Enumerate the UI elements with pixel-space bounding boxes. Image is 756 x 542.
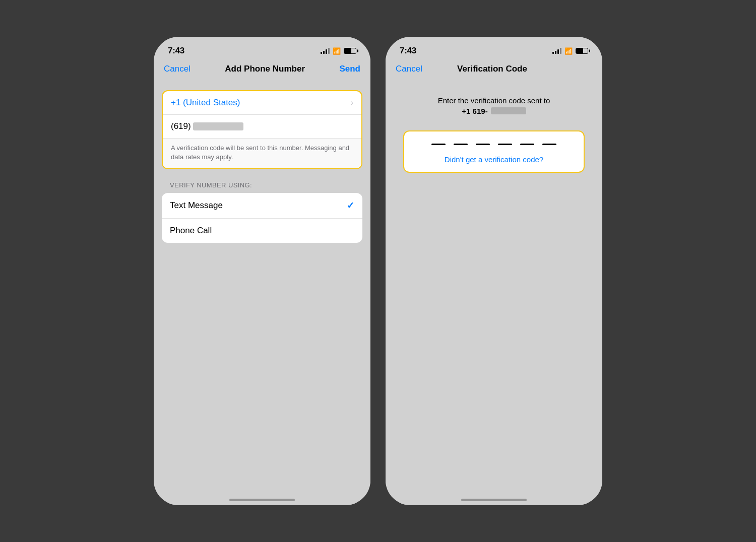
status-icons-right: 📶	[552, 47, 588, 55]
verify-instruction: Enter the verification code sent to +1 6…	[438, 95, 550, 115]
phone-right: 7:43 📶 Cancel Verification Code Enter th…	[386, 37, 602, 505]
option-phone-call-label: Phone Call	[170, 226, 212, 236]
verify-label: VERIFY NUMBER USING:	[162, 181, 362, 193]
nav-bar-left: Cancel Add Phone Number Send	[154, 62, 370, 80]
phone-left: 7:43 📶 Cancel Add Phone Number Send	[154, 37, 370, 505]
nav-title-left: Add Phone Number	[225, 64, 305, 74]
option-phone-call[interactable]: Phone Call	[162, 218, 362, 243]
status-bar-right: 7:43 📶	[386, 37, 602, 62]
code-dashes-row	[431, 144, 556, 145]
option-text-message-label: Text Message	[170, 200, 223, 211]
verify-options-list: Text Message ✓ Phone Call	[162, 193, 362, 243]
cancel-button-left[interactable]: Cancel	[164, 64, 191, 74]
country-label: +1 (United States)	[171, 98, 240, 108]
code-dash-4	[498, 144, 512, 145]
status-time-left: 7:43	[168, 46, 184, 56]
resend-code-link[interactable]: Didn't get a verification code?	[445, 155, 543, 164]
country-selector[interactable]: +1 (United States) ›	[163, 91, 361, 115]
status-bar-left: 7:43 📶	[154, 37, 370, 62]
nav-bar-right: Cancel Verification Code	[386, 62, 602, 80]
phone-number-card: +1 (United States) › (619) A verificatio…	[162, 90, 362, 169]
phone-number-blurred-right	[491, 107, 526, 114]
send-button-left[interactable]: Send	[339, 64, 360, 74]
instruction-line2: +1 619-	[438, 107, 550, 115]
screen-content-left: +1 (United States) › (619) A verificatio…	[154, 80, 370, 488]
battery-icon-left	[344, 48, 356, 54]
code-dash-6	[542, 144, 556, 145]
phone-number-blurred	[193, 122, 243, 130]
verification-code-box[interactable]: Didn't get a verification code?	[403, 130, 585, 173]
phone-number-row: (619)	[163, 115, 361, 139]
wifi-icon-right: 📶	[564, 47, 573, 55]
cancel-button-right[interactable]: Cancel	[396, 64, 422, 74]
code-dash-1	[431, 144, 446, 145]
home-indicator-left	[154, 488, 370, 505]
home-indicator-right	[386, 488, 602, 505]
signal-icon-left	[321, 48, 330, 54]
verify-section: VERIFY NUMBER USING: Text Message ✓ Phon…	[162, 181, 362, 243]
status-time-right: 7:43	[400, 46, 416, 56]
code-dash-3	[476, 144, 490, 145]
phone-prefix: (619)	[171, 121, 191, 131]
nav-title-right: Verification Code	[457, 64, 527, 74]
status-icons-left: 📶	[321, 47, 356, 55]
code-dash-2	[454, 144, 468, 145]
check-icon: ✓	[347, 200, 354, 211]
wifi-icon-left: 📶	[333, 47, 341, 55]
phone-number-prefix-right: +1 619-	[462, 107, 487, 115]
screen-content-right: Enter the verification code sent to +1 6…	[386, 80, 602, 488]
code-dash-5	[520, 144, 534, 145]
signal-icon-right	[552, 48, 561, 54]
chevron-right-icon: ›	[351, 98, 353, 107]
option-text-message[interactable]: Text Message ✓	[162, 193, 362, 218]
phone-hint-text: A verification code will be sent to this…	[163, 139, 361, 168]
battery-icon-right	[576, 48, 588, 54]
instruction-line1: Enter the verification code sent to	[438, 95, 550, 107]
